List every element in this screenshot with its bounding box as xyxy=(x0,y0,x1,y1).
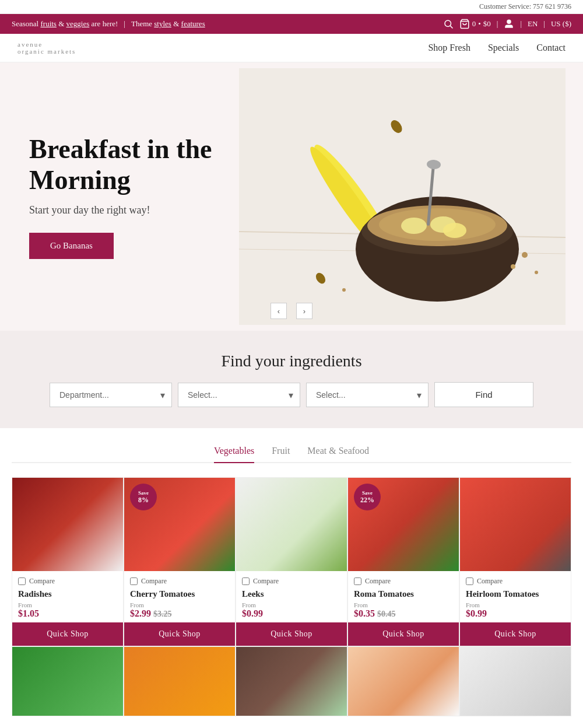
product-name: Cherry Tomatoes xyxy=(130,589,229,599)
hero-prev-button[interactable]: ‹ xyxy=(271,303,287,319)
product-card-partial xyxy=(459,646,571,716)
compare-row: Compare xyxy=(130,577,229,586)
hero-illustration xyxy=(239,68,566,325)
compare-label[interactable]: Compare xyxy=(29,577,55,586)
features-link[interactable]: features xyxy=(181,19,205,28)
tab-fruit[interactable]: Fruit xyxy=(272,446,290,463)
main-nav: Shop Fresh Specials Contact xyxy=(428,43,566,53)
separator4: | xyxy=(543,19,545,29)
product-old-price: $3.25 xyxy=(153,610,172,618)
top-bar-actions: 0 • $0 | | EN | US ($) xyxy=(443,19,571,29)
promo-left: Seasonal fruits & veggies are here! | Th… xyxy=(12,19,205,29)
product-card-partial xyxy=(12,646,124,716)
hero-title: Breakfast in the Morning xyxy=(29,134,216,196)
product-card: Save 22% Compare Roma Tomatoes From $0.3… xyxy=(347,477,459,646)
product-image xyxy=(236,478,347,571)
hero-content: Breakfast in the Morning Start your day … xyxy=(0,99,245,294)
compare-row: Compare xyxy=(242,577,341,586)
svg-line-1 xyxy=(450,26,452,28)
product-image-partial xyxy=(460,647,571,716)
customer-service-bar: Customer Service: 757 621 9736 xyxy=(0,0,583,14)
nav-specials[interactable]: Specials xyxy=(488,43,519,53)
hero-navigation: ‹ › xyxy=(271,303,312,319)
ingredient-finder-section: Find your ingredients Department... Sele… xyxy=(0,331,583,428)
products-grid: Compare Radishes From $1.05 Quick Shop S… xyxy=(12,477,571,646)
subcategory-select[interactable]: Select... xyxy=(306,383,429,407)
cart-button[interactable]: 0 • $0 xyxy=(459,19,491,29)
product-info: Compare Leeks From $0.99 xyxy=(236,571,347,622)
product-tabs: Vegetables Fruit Meat & Seafood xyxy=(12,446,571,463)
hero-cta-button[interactable]: Go Bananas xyxy=(29,233,114,259)
save-badge: Save 22% xyxy=(354,484,381,510)
svg-point-17 xyxy=(443,223,466,238)
compare-label[interactable]: Compare xyxy=(253,577,279,586)
compare-label[interactable]: Compare xyxy=(141,577,167,586)
finder-heading: Find your ingredients xyxy=(17,352,566,370)
search-icon[interactable] xyxy=(443,19,454,29)
svg-point-3 xyxy=(507,20,511,23)
compare-checkbox[interactable] xyxy=(354,578,361,585)
veggies-link[interactable]: veggies xyxy=(66,19,90,28)
product-from-label: From xyxy=(354,601,453,608)
product-card-partial xyxy=(347,646,459,716)
svg-point-0 xyxy=(445,20,451,27)
currency-selector[interactable]: US ($) xyxy=(551,19,571,29)
compare-row: Compare xyxy=(354,577,453,586)
product-card-partial xyxy=(124,646,236,716)
quick-shop-button[interactable]: Quick Shop xyxy=(236,622,347,646)
nav-contact[interactable]: Contact xyxy=(536,43,566,53)
fruits-link[interactable]: fruits xyxy=(40,19,56,28)
hero-next-button[interactable]: › xyxy=(296,303,312,319)
tab-vegetables[interactable]: Vegetables xyxy=(214,446,254,463)
compare-label[interactable]: Compare xyxy=(477,577,503,586)
svg-point-22 xyxy=(535,271,538,274)
product-card: Compare Radishes From $1.05 Quick Shop xyxy=(12,477,124,646)
product-name: Leeks xyxy=(242,589,341,599)
select2-wrapper: Select... xyxy=(306,383,429,407)
product-image-partial xyxy=(236,647,347,716)
product-card-partial xyxy=(236,646,347,716)
language-selector[interactable]: EN xyxy=(528,19,538,29)
product-info: Compare Cherry Tomatoes From $2.99$3.25 xyxy=(124,571,235,622)
promo-bar: Seasonal fruits & veggies are here! | Th… xyxy=(0,14,583,34)
svg-point-20 xyxy=(522,252,528,258)
quick-shop-button[interactable]: Quick Shop xyxy=(348,622,459,646)
tab-meat-seafood[interactable]: Meat & Seafood xyxy=(307,446,369,463)
product-image xyxy=(460,478,571,571)
product-image: Save 22% xyxy=(348,478,459,571)
product-price: $0.99 xyxy=(466,608,565,619)
styles-link[interactable]: styles xyxy=(154,19,171,28)
separator3: | xyxy=(520,19,522,29)
quick-shop-button[interactable]: Quick Shop xyxy=(124,622,235,646)
user-icon[interactable] xyxy=(504,19,514,29)
product-from-label: From xyxy=(242,601,341,608)
separator2: | xyxy=(497,19,498,29)
customer-service-text: Customer Service: 757 621 9736 xyxy=(479,2,571,10)
product-name: Radishes xyxy=(18,589,117,599)
category-select[interactable]: Select... xyxy=(178,383,300,407)
compare-label[interactable]: Compare xyxy=(365,577,391,586)
product-from-label: From xyxy=(18,601,117,608)
product-price: $1.05 xyxy=(18,608,117,619)
compare-checkbox[interactable] xyxy=(18,578,26,585)
svg-point-21 xyxy=(511,264,515,269)
cart-price: $0 xyxy=(483,19,491,29)
product-card: Compare Leeks From $0.99 Quick Shop xyxy=(236,477,347,646)
product-price: $0.35$0.45 xyxy=(354,608,453,619)
site-logo[interactable]: Avenue organic markets xyxy=(17,41,76,55)
hero-subtitle: Start your day the right way! xyxy=(29,204,216,216)
compare-checkbox[interactable] xyxy=(466,578,473,585)
quick-shop-button[interactable]: Quick Shop xyxy=(460,622,571,646)
nav-shop-fresh[interactable]: Shop Fresh xyxy=(428,43,470,53)
product-price: $2.99$3.25 xyxy=(130,608,229,619)
separator: | xyxy=(124,19,125,29)
compare-checkbox[interactable] xyxy=(242,578,250,585)
svg-point-23 xyxy=(342,288,346,292)
cart-count: 0 xyxy=(472,19,476,29)
department-select-wrapper: Department... xyxy=(50,383,172,407)
select1-wrapper: Select... xyxy=(178,383,300,407)
find-button[interactable]: Find xyxy=(434,382,533,407)
compare-checkbox[interactable] xyxy=(130,578,138,585)
quick-shop-button[interactable]: Quick Shop xyxy=(12,622,123,646)
department-select[interactable]: Department... xyxy=(50,383,172,407)
